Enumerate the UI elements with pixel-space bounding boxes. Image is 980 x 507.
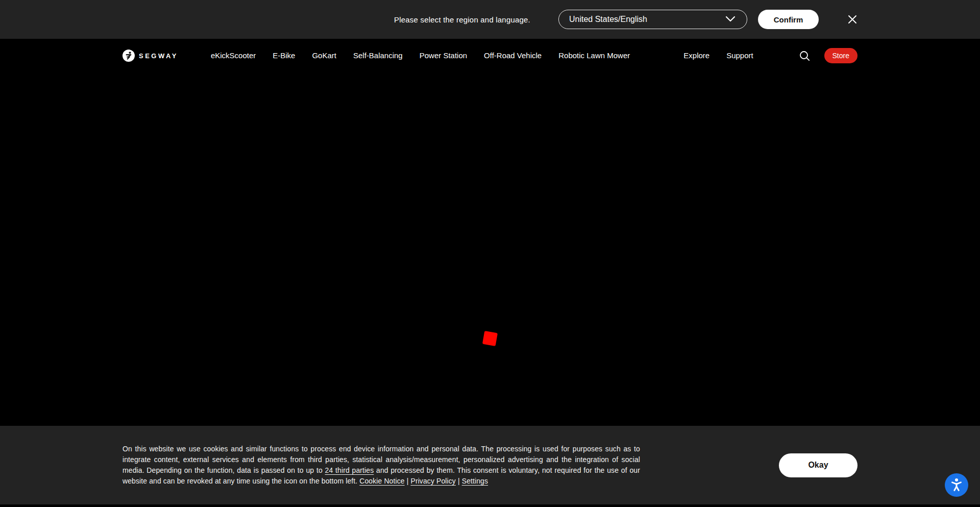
nav-item-off-road-vehicle[interactable]: Off-Road Vehicle	[484, 51, 542, 60]
loading-spinner	[482, 331, 498, 346]
store-button[interactable]: Store	[824, 48, 857, 63]
region-prompt-text: Please select the region and language.	[394, 15, 530, 24]
close-icon[interactable]	[847, 14, 857, 25]
search-icon[interactable]	[799, 50, 811, 62]
okay-button[interactable]: Okay	[779, 453, 857, 477]
accessibility-person-icon	[949, 477, 964, 494]
nav-item-ekickscooter[interactable]: eKickScooter	[211, 51, 256, 60]
chevron-down-icon	[725, 15, 736, 24]
confirm-button[interactable]: Confirm	[758, 10, 819, 29]
link-separator: |	[405, 477, 411, 485]
nav-item-self-balancing[interactable]: Self-Balancing	[353, 51, 403, 60]
language-select-dropdown[interactable]: United States/English	[558, 10, 747, 29]
cookie-consent-text: On this website we use cookies and simil…	[122, 444, 640, 487]
main-navigation-bar: SEGWAY eKickScooter E-Bike GoKart Self-B…	[0, 39, 980, 73]
segway-rider-icon	[122, 50, 135, 62]
cookie-consent-banner: On this website we use cookies and simil…	[0, 426, 980, 504]
nav-item-robotic-lawn-mower[interactable]: Robotic Lawn Mower	[558, 51, 630, 60]
segway-logo[interactable]: SEGWAY	[122, 50, 178, 62]
link-separator: |	[456, 477, 462, 485]
third-parties-link[interactable]: 24 third parties	[325, 466, 374, 474]
nav-item-explore[interactable]: Explore	[683, 51, 709, 60]
privacy-policy-link[interactable]: Privacy Policy	[410, 477, 456, 485]
cookie-notice-link[interactable]: Cookie Notice	[359, 477, 404, 485]
language-selected-value: United States/English	[569, 15, 647, 24]
nav-item-gokart[interactable]: GoKart	[312, 51, 336, 60]
nav-item-power-station[interactable]: Power Station	[420, 51, 467, 60]
accessibility-button[interactable]	[945, 473, 968, 497]
region-language-bar: Please select the region and language. U…	[0, 0, 980, 39]
segway-wordmark: SEGWAY	[139, 52, 178, 60]
nav-item-ebike[interactable]: E-Bike	[273, 51, 295, 60]
nav-links: eKickScooter E-Bike GoKart Self-Balancin…	[211, 51, 753, 60]
nav-item-support[interactable]: Support	[726, 51, 753, 60]
settings-link[interactable]: Settings	[462, 477, 488, 485]
